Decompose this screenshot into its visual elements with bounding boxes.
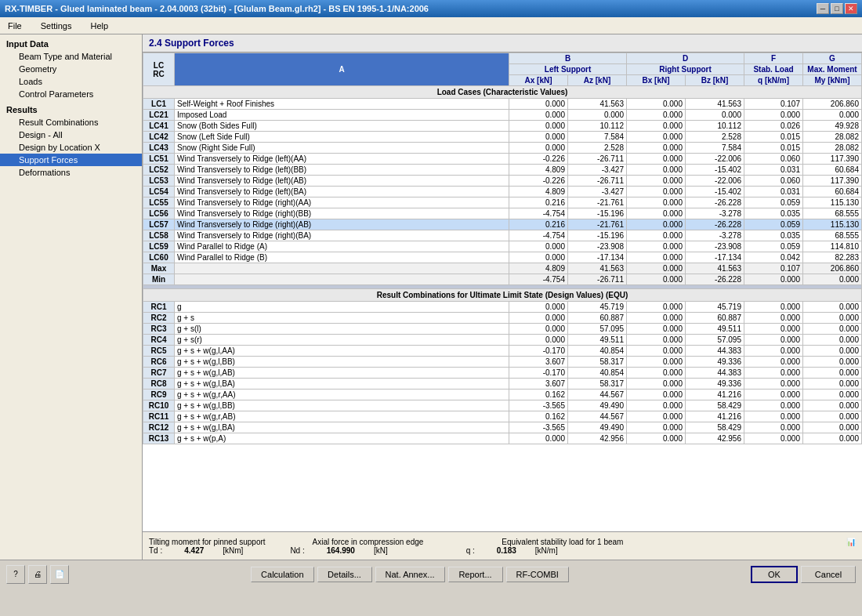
report-icon[interactable]: 📊 <box>846 538 856 546</box>
sidebar-item-support-forces[interactable]: Support Forces <box>0 154 142 166</box>
axial-force-label: Axial force in compression edge <box>313 538 424 546</box>
table-row: LC60 Wind Parallel to Ridge (B) 0.000 -1… <box>143 252 862 263</box>
sidebar-item-geometry[interactable]: Geometry <box>0 63 142 75</box>
sidebar-item-design-all[interactable]: Design - All <box>0 129 142 141</box>
sidebar-item-design-by-location[interactable]: Design by Location X <box>0 141 142 154</box>
nd-label: Nd : <box>290 546 304 555</box>
main-container: Input Data Beam Type and Material Geomet… <box>0 34 862 560</box>
bx-header: Bx [kN] <box>627 75 686 86</box>
table-row: RC7 g + s + w(g,l,AB) -0.170 40.854 0.00… <box>143 368 862 379</box>
input-data-label: Input Data <box>0 38 142 50</box>
nat-annex-button[interactable]: Nat. Annex... <box>375 567 445 582</box>
nd-unit: [kN] <box>374 546 388 555</box>
print-button[interactable]: 🖨 <box>28 565 47 584</box>
sidebar-item-beam-type[interactable]: Beam Type and Material <box>0 50 142 63</box>
bz-header: Bz [kN] <box>686 75 744 86</box>
ok-button[interactable]: OK <box>751 566 798 583</box>
sidebar-item-loads[interactable]: Loads <box>0 75 142 88</box>
td-label: Td : <box>149 546 162 555</box>
table-row: LC55 Wind Transversely to Ridge (right)(… <box>143 197 862 208</box>
sidebar-item-control-parameters[interactable]: Control Parameters <box>0 88 142 100</box>
lc-rc-header: LC RC <box>143 53 175 86</box>
table-row: RC9 g + s + w(g,r,AA) 0.162 44.567 0.000… <box>143 390 862 400</box>
col-g-header: G <box>803 53 862 64</box>
status-row-1: Tilting moment for pinned support Axial … <box>149 538 856 546</box>
table-row: LC1 Self-Weight + Roof Finishes 0.000 41… <box>143 99 862 110</box>
max-moment-header: Max. Moment <box>803 64 862 75</box>
table-container[interactable]: LC RC A B D F G Left Support Right Suppo… <box>143 53 862 531</box>
status-row-2: Td : 4.427 [kNm] Nd : 164.990 [kN] q : 0… <box>149 546 856 555</box>
table-row: RC5 g + s + w(g,l,AA) -0.170 40.854 0.00… <box>143 346 862 357</box>
q-header: q [kN/m] <box>744 75 803 86</box>
menu-bar: File Settings Help <box>0 17 862 34</box>
col-d-header: D <box>627 53 744 64</box>
rf-combi-button[interactable]: RF-COMBI <box>506 567 569 582</box>
table-row: LC56 Wind Transversely to Ridge (right)(… <box>143 208 862 219</box>
support-forces-table: LC RC A B D F G Left Support Right Suppo… <box>143 53 862 444</box>
ax-header: Ax [kN] <box>509 75 568 86</box>
table-row: RC4 g + s(r) 0.000 49.511 0.000 57.095 0… <box>143 335 862 346</box>
td-unit: [kNm] <box>223 546 243 555</box>
menu-settings[interactable]: Settings <box>36 20 77 32</box>
menu-file[interactable]: File <box>3 20 27 32</box>
export-button[interactable]: 📄 <box>50 565 69 584</box>
table-row: LC41 Snow (Both Sides Full) 0.000 10.112… <box>143 121 862 132</box>
my-header: My [kNm] <box>803 75 862 86</box>
col-a-header: A <box>175 53 509 86</box>
bottom-confirm-buttons: OK Cancel <box>751 566 856 583</box>
col-b-header: B <box>509 53 627 64</box>
min-row: Min -4.754 -26.711 0.000 -26.228 0.000 0… <box>143 274 862 285</box>
window-title: RX-TIMBER - Glued laminated beam - 2.04.… <box>5 4 429 13</box>
table-row: LC57 Wind Transversely to Ridge (right)(… <box>143 219 862 230</box>
bottom-action-buttons: Calculation Details... Nat. Annex... Rep… <box>251 567 569 582</box>
sidebar-item-result-combinations[interactable]: Result Combinations <box>0 116 142 129</box>
right-panel: 2.4 Support Forces LC RC A B D F <box>143 34 862 560</box>
max-row: Max 4.809 41.563 0.000 41.563 0.107 206.… <box>143 263 862 274</box>
left-support-header: Left Support <box>509 64 627 75</box>
panel-title: 2.4 Support Forces <box>143 34 862 53</box>
menu-help[interactable]: Help <box>85 20 113 32</box>
table-row: RC1 g 0.000 45.719 0.000 45.719 0.000 0.… <box>143 302 862 313</box>
q-label-status: q : <box>466 546 475 555</box>
table-row: LC53 Wind Transversely to Ridge (left)(A… <box>143 176 862 187</box>
table-row: RC12 g + s + w(g,l,BA) -3.565 49.490 0.0… <box>143 422 862 433</box>
equiv-stability-label: Equivalent stability load for 1 beam <box>502 538 623 546</box>
q-unit-status: [kN/m] <box>535 546 558 555</box>
table-row: LC43 Snow (Right Side Full) 0.000 2.528 … <box>143 143 862 154</box>
title-bar: RX-TIMBER - Glued laminated beam - 2.04.… <box>0 0 862 17</box>
window-controls: ─ □ ✕ <box>817 3 857 14</box>
table-row: RC13 g + s + w(p,A) 0.000 42.956 0.000 4… <box>143 433 862 444</box>
table-row: LC59 Wind Parallel to Ridge (A) 0.000 -2… <box>143 241 862 252</box>
table-row: RC10 g + s + w(g,l,BB) -3.565 49.490 0.0… <box>143 400 862 411</box>
col-f-header: F <box>744 53 803 64</box>
td-value: 4.427 <box>184 546 204 555</box>
details-button[interactable]: Details... <box>317 567 372 582</box>
tilting-moment-label: Tilting moment for pinned support <box>149 538 266 546</box>
maximize-button[interactable]: □ <box>831 3 843 14</box>
table-row: LC21 Imposed Load 0.000 0.000 0.000 0.00… <box>143 110 862 121</box>
close-button[interactable]: ✕ <box>845 3 857 14</box>
nd-value: 164.990 <box>327 546 355 555</box>
table-row: RC2 g + s 0.000 60.887 0.000 60.887 0.00… <box>143 313 862 324</box>
table-row: LC54 Wind Transversely to Ridge (left)(B… <box>143 187 862 197</box>
cancel-button[interactable]: Cancel <box>801 566 856 583</box>
table-row: LC58 Wind Transversely to Ridge (right)(… <box>143 230 862 241</box>
minimize-button[interactable]: ─ <box>817 3 829 14</box>
table-row: RC6 g + s + w(g,l,BB) 3.607 58.317 0.000… <box>143 357 862 368</box>
help-button[interactable]: ? <box>6 565 25 584</box>
az-header: Az [kN] <box>568 75 627 86</box>
table-row: LC42 Snow (Left Side Full) 0.000 7.584 0… <box>143 132 862 143</box>
right-support-header: Right Support <box>627 64 744 75</box>
report-button[interactable]: Report... <box>448 567 503 582</box>
sidebar-item-deformations[interactable]: Deformations <box>0 166 142 179</box>
status-bar: Tilting moment for pinned support Axial … <box>143 531 862 560</box>
table-row: LC51 Wind Transversely to Ridge (left)(A… <box>143 154 862 165</box>
table-row: LC52 Wind Transversely to Ridge (left)(B… <box>143 165 862 176</box>
left-panel: Input Data Beam Type and Material Geomet… <box>0 34 143 560</box>
q-value-status: 0.183 <box>497 546 516 555</box>
results-label: Results <box>0 103 142 116</box>
stab-load-header: Stab. Load <box>744 64 803 75</box>
bottom-bar: ? 🖨 📄 Calculation Details... Nat. Annex.… <box>0 560 862 588</box>
table-row: RC8 g + s + w(g,l,BA) 3.607 58.317 0.000… <box>143 379 862 390</box>
calculation-button[interactable]: Calculation <box>251 567 313 582</box>
